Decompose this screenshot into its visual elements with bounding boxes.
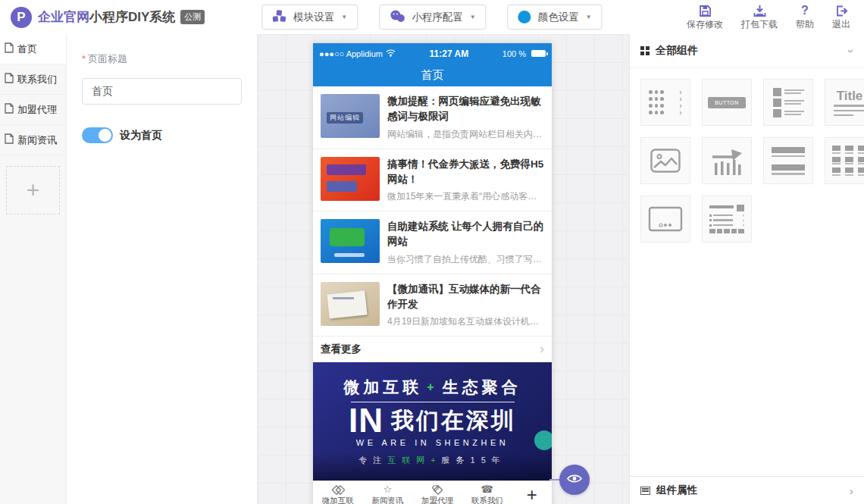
banner-l1a: 微加互联	[343, 377, 422, 398]
view-more-row[interactable]: 查看更多 ›	[313, 337, 552, 362]
tile-graphic	[649, 90, 682, 95]
page-settings-panel: *页面标题 设为首页	[67, 34, 258, 504]
tags-icon	[331, 484, 345, 496]
design-canvas[interactable]: ●●●○○ Applidium 11:27 AM 100 % 首页 网站编辑 微…	[258, 34, 629, 504]
component-tile-title[interactable]: Title	[825, 79, 864, 126]
sidebar-item-agency[interactable]: 加盟代理	[0, 95, 66, 125]
page-title-field-label: *页面标题	[82, 52, 242, 66]
page-icon	[5, 133, 14, 146]
news-list-component: 网站编辑 微加提醒：网页编辑应避免出现敏感词与极限词 网站编辑，是指负责网站栏目…	[313, 86, 552, 362]
tile-graphic	[772, 147, 805, 153]
set-home-toggle[interactable]	[82, 127, 113, 143]
page-title-input[interactable]	[82, 78, 242, 105]
banner-component[interactable]: 微加互联 + 生态聚合 IN 我们在深圳 WE ARE IN SHENZHEN …	[313, 362, 552, 481]
component-properties-title: 组件属性	[656, 484, 697, 497]
page-sidebar: 首页 联系我们 加盟代理 新闻资讯 +	[0, 34, 67, 504]
component-tile-list-menu[interactable]	[640, 79, 690, 126]
caret-down-icon: ▼	[341, 14, 347, 20]
news-title: 【微加通讯】互动媒体的新一代合作开发	[387, 282, 544, 313]
news-thumbnail	[321, 219, 380, 263]
tile-graphic	[709, 205, 744, 233]
module-settings-button[interactable]: 模块设置 ▼	[261, 5, 358, 30]
component-tile-strips[interactable]	[763, 137, 813, 184]
page-icon	[5, 42, 14, 55]
add-tab-button[interactable]: +	[512, 481, 553, 504]
toggle-knob	[99, 129, 111, 142]
wifi-icon	[386, 49, 396, 58]
component-tile-image[interactable]	[640, 137, 690, 184]
tile-graphic	[773, 88, 804, 96]
component-tile-media-list[interactable]	[763, 79, 813, 126]
set-home-label: 设为首页	[120, 129, 162, 142]
list-icon	[640, 487, 650, 495]
save-icon	[699, 4, 712, 17]
news-item[interactable]: 搞事情！代金券大派送，免费得H5网站！ 微加15年来一直秉承着“用心感动客户！”…	[313, 149, 552, 212]
tab-agency[interactable]: 加盟代理	[412, 481, 462, 504]
component-tile-carousel[interactable]	[640, 196, 690, 243]
phone-icon: ☎	[481, 484, 493, 496]
news-title: 自助建站系统 让每个人拥有自己的网站	[387, 219, 544, 250]
banner-line1: 微加互联 + 生态聚合	[343, 377, 521, 398]
add-page-button[interactable]: +	[6, 166, 60, 214]
download-label: 打包下载	[741, 18, 778, 31]
tab-news[interactable]: ☆ 新闻资讯	[363, 481, 413, 504]
news-title: 微加提醒：网页编辑应避免出现敏感词与极限词	[387, 94, 544, 125]
help-button[interactable]: ? 帮助	[796, 4, 814, 31]
sidebar-item-contact[interactable]: 联系我们	[0, 64, 66, 95]
miniprogram-config-button[interactable]: 小程序配置 ▼	[379, 5, 486, 30]
app-logo: P	[11, 7, 32, 28]
header-menus: 模块设置 ▼ 小程序配置 ▼ 颜色设置 ▼	[261, 5, 602, 30]
tile-graphic	[834, 105, 864, 107]
news-item[interactable]: 【微加通讯】互动媒体的新一代合作开发 4月19日新加坡知名互动媒体设计机构Pin…	[313, 274, 552, 337]
save-button[interactable]: 保存修改	[687, 4, 723, 31]
sidebar-item-news[interactable]: 新闻资讯	[0, 125, 66, 155]
component-properties-header[interactable]: 组件属性 ›	[630, 476, 864, 504]
image-icon	[650, 149, 681, 173]
exit-label: 退出	[832, 18, 850, 31]
plus-accent-icon: +	[427, 380, 437, 394]
components-panel: 全部组件 › BUTTON Title	[629, 34, 864, 504]
component-tile-article-list[interactable]	[702, 196, 752, 243]
sidebar-item-label: 联系我们	[17, 73, 57, 86]
banner-line2: IN 我们在深圳	[349, 404, 516, 437]
tile-graphic	[773, 109, 804, 117]
chevron-right-icon: ›	[850, 484, 853, 497]
banner-l2-en: IN	[349, 404, 383, 437]
banner-line4: 专注 互联网+ 服务15年	[358, 455, 506, 466]
banner-l2-cn: 我们在深圳	[391, 405, 516, 437]
sidebar-item-home[interactable]: 首页	[0, 34, 66, 64]
star-icon: ☆	[383, 484, 393, 496]
main-body: 首页 联系我们 加盟代理 新闻资讯 + *页面标题 设为首页	[0, 34, 864, 504]
module-settings-label: 模块设置	[293, 11, 334, 24]
component-tile-progress[interactable]	[702, 137, 752, 184]
all-components-title: 全部组件	[656, 44, 698, 58]
tile-graphic	[773, 99, 804, 107]
exit-button[interactable]: 退出	[832, 4, 850, 31]
color-settings-button[interactable]: 颜色设置 ▼	[508, 5, 603, 30]
caret-down-icon: ▼	[586, 14, 592, 20]
package-download-button[interactable]: 打包下载	[741, 4, 778, 31]
all-components-header[interactable]: 全部组件 ›	[630, 34, 864, 68]
required-mark: *	[82, 53, 86, 64]
component-tile-button[interactable]: BUTTON	[702, 79, 752, 126]
button-tile-label: BUTTON	[708, 97, 746, 108]
component-tile-nav-grid[interactable]	[825, 137, 864, 184]
eye-icon	[567, 473, 582, 487]
miniprogram-config-label: 小程序配置	[412, 11, 463, 24]
news-title: 搞事情！代金券大派送，免费得H5网站！	[387, 157, 544, 188]
app-title: 企业官网小程序DIY系统 公测	[38, 8, 205, 26]
news-thumbnail	[321, 282, 380, 326]
plus-icon: +	[527, 484, 537, 504]
news-summary: 微加15年来一直秉承着“用心感动客户！”的...	[387, 190, 544, 203]
thumbnail-caption: 网站编辑	[327, 112, 363, 124]
tab-weijia[interactable]: 微加互联	[313, 481, 363, 504]
banner-l4b: 互联网+	[387, 455, 441, 466]
caret-down-icon: ▼	[470, 14, 476, 20]
tab-contact[interactable]: ☎ 联系我们	[462, 481, 512, 504]
news-item[interactable]: 网站编辑 微加提醒：网页编辑应避免出现敏感词与极限词 网站编辑，是指负责网站栏目…	[313, 86, 552, 149]
news-item[interactable]: 自助建站系统 让每个人拥有自己的网站 当你习惯了自拍上传优酷、习惯了写点小...	[313, 211, 552, 274]
preview-eye-button[interactable]	[559, 465, 590, 495]
wechat-icon	[390, 10, 405, 25]
header-actions: 保存修改 打包下载 ? 帮助 退出	[687, 4, 853, 31]
app-title-brand: 企业官网	[38, 8, 89, 26]
